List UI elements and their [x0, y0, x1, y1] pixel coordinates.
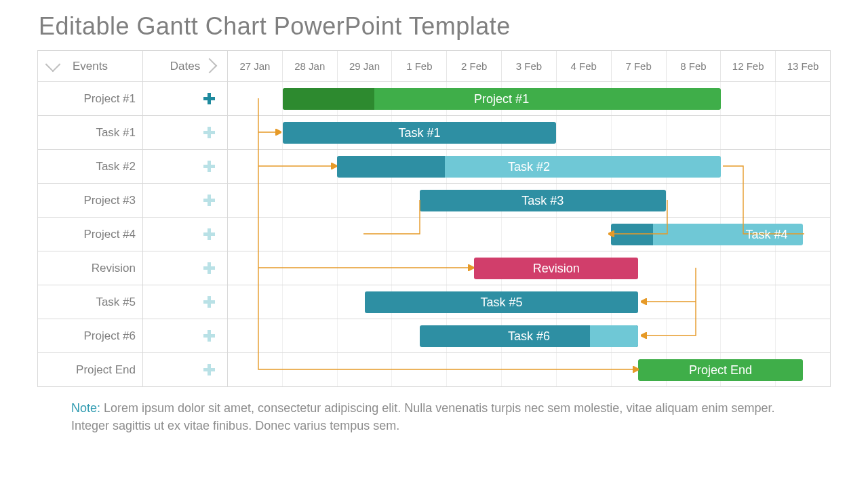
expand-cell[interactable] — [143, 353, 228, 386]
bar-label: Project #1 — [474, 92, 529, 106]
date-column: 7 Feb — [612, 51, 667, 81]
row-label: Revision — [38, 251, 143, 285]
date-column: 12 Feb — [721, 51, 776, 81]
bar-track: Project End — [228, 353, 830, 386]
row-label: Project End — [38, 353, 143, 386]
row-label: Project #1 — [38, 82, 143, 115]
date-column: 2 Feb — [447, 51, 502, 81]
bar-label: Task #6 — [508, 329, 550, 344]
expand-cell[interactable] — [143, 319, 228, 352]
plus-icon[interactable] — [203, 161, 215, 172]
bar-track: Task #1 — [228, 116, 830, 149]
header-dates: Dates — [143, 51, 228, 81]
chevron-down-icon[interactable] — [45, 57, 61, 73]
plus-icon[interactable] — [203, 364, 215, 375]
bar-label: Project End — [689, 363, 752, 378]
date-column: 29 Jan — [338, 51, 393, 81]
page-title: Editable Gantt Chart PowerPoint Template — [39, 12, 831, 41]
expand-cell[interactable] — [143, 82, 228, 115]
plus-icon[interactable] — [203, 195, 215, 206]
header-events-label: Events — [73, 60, 108, 73]
gantt-chart: Events Dates 27 Jan28 Jan29 Jan1 Feb2 Fe… — [37, 50, 831, 387]
bar-label: Revision — [533, 262, 580, 276]
bar-track: Task #3 — [228, 184, 830, 217]
date-column: 8 Feb — [667, 51, 722, 81]
bar-track: Task #6 — [228, 319, 830, 352]
gantt-header-row: Events Dates 27 Jan28 Jan29 Jan1 Feb2 Fe… — [38, 51, 830, 81]
plus-icon[interactable] — [203, 262, 215, 274]
expand-cell[interactable] — [143, 285, 228, 319]
gantt-bar[interactable]: Task #4 — [611, 224, 803, 245]
chevron-right-icon[interactable] — [202, 58, 218, 74]
date-column: 28 Jan — [283, 51, 338, 81]
gantt-bar[interactable]: Task #3 — [420, 190, 666, 211]
gantt-row: Task #2Task #2 — [38, 149, 830, 183]
expand-cell[interactable] — [143, 150, 228, 183]
note-lead: Note: — [71, 401, 100, 415]
gantt-row: Task #5Task #5 — [38, 285, 830, 319]
gantt-row: RevisionRevision — [38, 251, 830, 285]
date-column: 4 Feb — [557, 51, 612, 81]
bar-track: Project #1 — [228, 82, 830, 115]
gantt-row: Project #3Task #3 — [38, 183, 830, 217]
gantt-bar[interactable]: Revision — [474, 258, 638, 279]
bar-label: Task #5 — [481, 296, 523, 310]
row-label: Project #4 — [38, 218, 143, 251]
plus-icon[interactable] — [203, 296, 215, 308]
plus-icon[interactable] — [203, 330, 215, 342]
gantt-bar[interactable]: Task #6 — [420, 325, 639, 347]
row-label: Task #5 — [38, 285, 143, 319]
expand-cell[interactable] — [143, 116, 228, 149]
date-column: 3 Feb — [502, 51, 557, 81]
note-body: Lorem ipsum dolor sit amet, consectetur … — [71, 401, 774, 432]
gantt-row: Project #1Project #1 — [38, 81, 830, 115]
bar-track: Task #4 — [228, 218, 830, 251]
header-dates-label: Dates — [170, 60, 200, 73]
bar-track: Task #2 — [228, 150, 830, 183]
header-events: Events — [38, 51, 143, 81]
expand-cell[interactable] — [143, 251, 228, 285]
plus-icon[interactable] — [203, 93, 215, 104]
expand-cell[interactable] — [143, 218, 228, 251]
bar-track: Task #5 — [228, 285, 830, 319]
bar-track: Revision — [228, 251, 830, 285]
date-header: 27 Jan28 Jan29 Jan1 Feb2 Feb3 Feb4 Feb7 … — [228, 51, 830, 81]
gantt-row: Task #1Task #1 — [38, 115, 830, 149]
gantt-bar[interactable]: Project End — [638, 359, 802, 381]
expand-cell[interactable] — [143, 184, 228, 217]
row-label: Project #3 — [38, 184, 143, 217]
gantt-row: Project #6Task #6 — [38, 319, 830, 352]
gantt-row: Project #4Task #4 — [38, 217, 830, 251]
bar-label: Task #3 — [521, 194, 564, 208]
bar-label: Task #2 — [508, 160, 550, 174]
bar-label: Task #1 — [399, 126, 441, 140]
gantt-row: Project EndProject End — [38, 352, 830, 386]
row-label: Project #6 — [38, 319, 143, 352]
gantt-bar[interactable]: Project #1 — [283, 88, 721, 110]
gantt-bar[interactable]: Task #1 — [283, 122, 557, 144]
plus-icon[interactable] — [203, 228, 215, 240]
date-column: 27 Jan — [228, 51, 283, 81]
date-column: 13 Feb — [776, 51, 830, 81]
row-label: Task #2 — [38, 150, 143, 183]
footer-note: Note: Lorem ipsum dolor sit amet, consec… — [71, 399, 804, 434]
row-label: Task #1 — [38, 116, 143, 149]
bar-label: Task #4 — [746, 228, 788, 242]
gantt-bar[interactable]: Task #2 — [337, 156, 720, 178]
gantt-bar[interactable]: Task #5 — [365, 291, 639, 313]
date-column: 1 Feb — [392, 51, 447, 81]
plus-icon[interactable] — [203, 127, 215, 138]
